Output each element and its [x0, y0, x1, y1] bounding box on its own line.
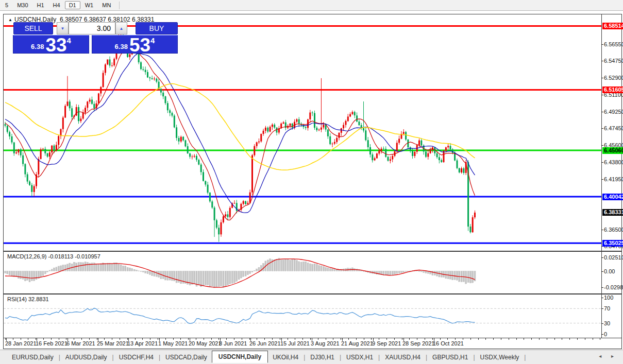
date-minor-tick [81, 338, 82, 340]
rsi-axis-tick [601, 323, 603, 324]
buy-button[interactable]: BUY [136, 22, 178, 34]
date-minor-tick [264, 338, 265, 340]
price-axis-label: 6.52900 [604, 75, 623, 81]
price-axis-label: 6.49250 [604, 109, 623, 115]
price-axis-label: 6.54750 [604, 58, 623, 64]
date-minor-tick [74, 338, 74, 340]
timeframe-button-h4[interactable]: H4 [49, 1, 64, 9]
date-minor-tick [478, 338, 479, 340]
tab-usdx-h1[interactable]: USDX,H1 [342, 352, 378, 363]
date-minor-tick [569, 338, 570, 340]
date-label: 15 Jul 2021 [280, 340, 310, 346]
date-minor-tick [554, 338, 555, 340]
date-minor-tick [66, 338, 66, 340]
horizontal-level-lines[interactable] [4, 26, 601, 244]
date-minor-tick [5, 338, 6, 340]
date-minor-tick [333, 338, 333, 340]
date-minor-tick [28, 338, 28, 340]
macd-axis-label: 0.025108 [604, 254, 623, 261]
date-label: 8 Jun 2021 [219, 340, 247, 346]
volume-input[interactable]: 3.00 [69, 22, 115, 34]
date-minor-tick [547, 338, 547, 340]
sell-quote-box[interactable]: 6.38 33 4 [13, 35, 89, 54]
trading-terminal: 5M30H1H4D1W1MN 6.565506.547506.529006.51… [0, 0, 623, 364]
tab-usdcnh-daily[interactable]: USDCNH,Daily [212, 351, 268, 363]
timeframe-button-m30[interactable]: M30 [13, 1, 32, 9]
date-minor-tick [158, 338, 158, 340]
date-minor-tick [341, 338, 341, 340]
price-axis-label: 6.36500 [604, 227, 623, 233]
price-axis-tick [601, 128, 603, 129]
date-minor-tick [485, 338, 486, 340]
date-minor-tick [218, 338, 219, 340]
date-minor-tick [348, 338, 349, 340]
date-minor-tick [272, 338, 273, 340]
rsi-axis-tick [601, 298, 603, 298]
date-minor-tick [600, 338, 600, 340]
date-minor-tick [425, 338, 425, 340]
date-minor-tick [257, 338, 257, 340]
date-minor-tick [97, 338, 97, 340]
date-minor-tick [288, 338, 288, 340]
date-label: 6 Mar 2021 [66, 340, 95, 346]
timeframe-button-h1[interactable]: H1 [33, 1, 48, 9]
tab-ukoil-h4[interactable]: UKOil,H4 [268, 352, 303, 363]
price-level-label: 6.51605 [602, 86, 623, 93]
tab-usdchf-h4[interactable]: USDCHF,H4 [114, 352, 158, 363]
rsi-axis-label: 0 [604, 331, 607, 338]
date-minor-tick [318, 338, 318, 340]
rsi-line[interactable] [5, 308, 475, 323]
price-level-label: 6.45060 [602, 147, 623, 154]
chart-bottom-border [3, 338, 622, 338]
tab-scroll-arrows[interactable]: ◂ ▸ [599, 353, 618, 359]
macd-axis-tick [601, 287, 603, 288]
moving-average-line-2[interactable] [5, 84, 475, 170]
volume-increase-button[interactable]: ▲ [115, 22, 127, 34]
date-label: 1 May 2021 [158, 340, 188, 346]
sell-button[interactable]: SELL [13, 22, 53, 34]
timeframe-button-w1[interactable]: W1 [81, 1, 98, 9]
rsi-pane[interactable] [4, 294, 601, 338]
tab-dj30-h1[interactable]: DJ30,H1 [306, 352, 339, 363]
collapse-triangle-icon[interactable]: ▲ [8, 18, 12, 22]
buy-price-pip: 4 [150, 36, 155, 45]
tab-usdx-weekly[interactable]: USDX,Weekly [476, 352, 524, 363]
date-axis[interactable]: 28 Jan 202116 Feb 20216 Mar 202125 Mar 2… [4, 339, 601, 349]
timeframe-button-d1[interactable]: D1 [65, 1, 80, 9]
macd-axis-label: 0.00 [604, 268, 615, 275]
date-label: 28 Jan 2021 [5, 340, 37, 346]
price-level-label: 6.40042 [602, 194, 623, 200]
timeframe-toolbar: 5M30H1H4D1W1MN [0, 0, 623, 11]
date-minor-tick [127, 338, 128, 340]
one-click-trade-panel: SELL ▼ 3.00 ▲ BUY 6.38 33 4 6.38 53 4 [13, 22, 178, 54]
date-minor-tick [463, 338, 463, 340]
date-minor-tick [409, 338, 410, 340]
date-minor-tick [539, 338, 540, 340]
date-minor-tick [371, 338, 372, 340]
rsi-axis-tick [601, 334, 603, 335]
price-axis-tick [601, 162, 603, 163]
rsi-axis-tick [601, 308, 603, 309]
date-minor-tick [180, 338, 181, 340]
price-axis-tick [601, 230, 603, 230]
date-minor-tick [509, 338, 509, 340]
price-axis-tick [601, 145, 603, 146]
date-minor-tick [173, 338, 174, 340]
date-label: 9 Sep 2021 [372, 340, 401, 346]
price-level-label: 6.35025 [602, 240, 623, 247]
date-minor-tick [326, 338, 326, 340]
price-axis-border [601, 14, 602, 338]
buy-quote-box[interactable]: 6.38 53 4 [92, 35, 178, 54]
timeframe-button-mn[interactable]: MN [98, 1, 115, 9]
tab-usdcad-daily[interactable]: USDCAD,Daily [161, 352, 212, 363]
timeframe-button-5[interactable]: 5 [1, 1, 12, 9]
tab-xauusd-h4[interactable]: XAUUSD,H4 [380, 352, 425, 363]
date-minor-tick [593, 338, 593, 340]
volume-decrease-button[interactable]: ▼ [57, 22, 69, 34]
date-minor-tick [531, 338, 532, 340]
tab-audusd-daily[interactable]: AUDUSD,Daily [61, 352, 112, 363]
tab-eurusd-daily[interactable]: EURUSD,Daily [7, 352, 58, 363]
date-minor-tick [402, 338, 402, 340]
date-minor-tick [112, 338, 112, 340]
tab-gbpusd-h1[interactable]: GBPUSD,H1 [428, 352, 473, 363]
